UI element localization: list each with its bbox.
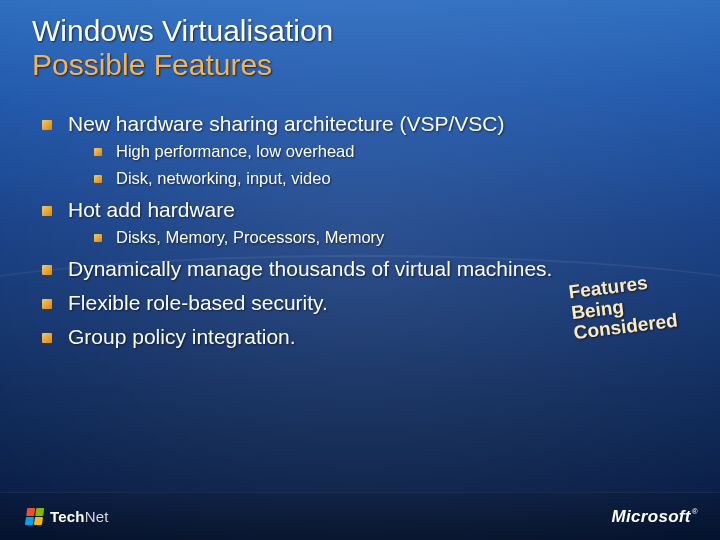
slide: Windows Virtualisation Possible Features…: [0, 0, 720, 540]
technet-bold: Tech: [50, 508, 85, 525]
sub-bullet-text: Disk, networking, input, video: [116, 169, 331, 187]
sub-bullet-item: Disk, networking, input, video: [94, 169, 672, 188]
sub-bullet-list: Disks, Memory, Processors, Memory: [68, 228, 672, 247]
bullet-text: New hardware sharing architecture (VSP/V…: [68, 112, 505, 135]
microsoft-wordmark: Microsoft®: [612, 507, 698, 527]
bullet-text: Dynamically manage thousands of virtual …: [68, 257, 552, 280]
bullet-item: Flexible role-based security.: [40, 291, 672, 315]
registered-mark: ®: [691, 507, 698, 516]
bullet-item: Hot add hardware Disks, Memory, Processo…: [40, 198, 672, 247]
title-block: Windows Virtualisation Possible Features: [32, 14, 333, 81]
sub-bullet-text: Disks, Memory, Processors, Memory: [116, 228, 384, 246]
title-line-1: Windows Virtualisation: [32, 14, 333, 48]
bullet-item: New hardware sharing architecture (VSP/V…: [40, 112, 672, 188]
sub-bullet-text: High performance, low overhead: [116, 142, 354, 160]
sub-bullet-list: High performance, low overhead Disk, net…: [68, 142, 672, 188]
microsoft-text: Microsoft: [612, 507, 691, 526]
bullet-text: Hot add hardware: [68, 198, 235, 221]
bullet-list: New hardware sharing architecture (VSP/V…: [40, 112, 672, 349]
title-line-2: Possible Features: [32, 48, 333, 82]
bullet-text: Group policy integration.: [68, 325, 296, 348]
technet-wordmark: TechNet: [50, 508, 109, 525]
bullet-item: Group policy integration.: [40, 325, 672, 349]
content-area: New hardware sharing architecture (VSP/V…: [40, 112, 672, 359]
sub-bullet-item: Disks, Memory, Processors, Memory: [94, 228, 672, 247]
footer: TechNet Microsoft®: [0, 492, 720, 540]
bullet-item: Dynamically manage thousands of virtual …: [40, 257, 672, 281]
windows-flag-icon: [25, 508, 46, 526]
sub-bullet-item: High performance, low overhead: [94, 142, 672, 161]
technet-logo: TechNet: [26, 508, 109, 526]
technet-rest: Net: [85, 508, 109, 525]
bullet-text: Flexible role-based security.: [68, 291, 328, 314]
